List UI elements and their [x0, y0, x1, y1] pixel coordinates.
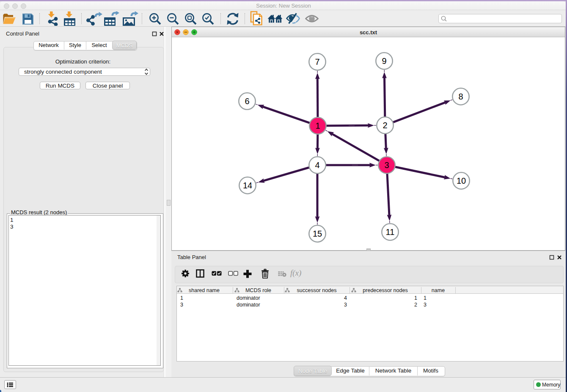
- svg-text:11: 11: [386, 227, 395, 237]
- svg-text:7: 7: [315, 57, 319, 66]
- svg-text:9: 9: [382, 56, 386, 66]
- svg-text:2: 2: [383, 121, 387, 130]
- svg-text:1: 1: [315, 121, 320, 130]
- svg-text:6: 6: [245, 97, 249, 106]
- svg-text:10: 10: [457, 176, 466, 185]
- svg-text:3: 3: [384, 160, 389, 170]
- svg-text:14: 14: [243, 181, 252, 190]
- svg-text:15: 15: [313, 229, 322, 238]
- svg-text:8: 8: [458, 92, 463, 101]
- svg-text:4: 4: [315, 160, 319, 170]
